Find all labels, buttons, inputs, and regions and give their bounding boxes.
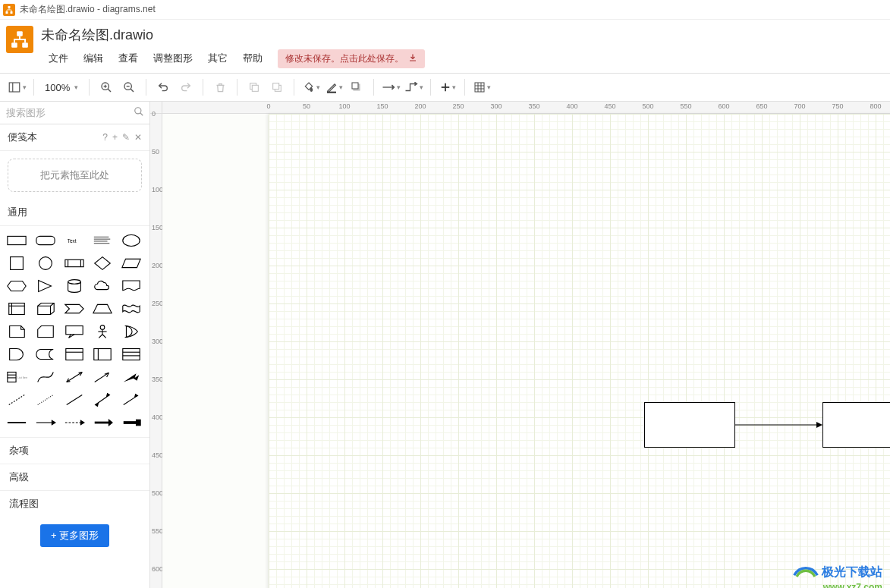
search-input[interactable] [6, 107, 134, 118]
shape-link1[interactable] [5, 413, 29, 432]
fill-color-button[interactable]: ▾ [300, 77, 322, 98]
line-color-button[interactable]: ▾ [323, 77, 344, 98]
shape-link3[interactable] [62, 413, 86, 432]
shadow-button[interactable] [346, 77, 367, 98]
sidebar-toggle-button[interactable]: ▾ [6, 77, 27, 98]
shape-cylinder[interactable] [62, 276, 86, 296]
shape-diamond[interactable] [90, 253, 115, 273]
menu-help[interactable]: 帮助 [235, 49, 270, 68]
category-misc[interactable]: 杂项 [0, 437, 149, 464]
scratchpad-close-icon[interactable]: ✕ [134, 132, 142, 143]
ruler-v-tick: 150 [152, 224, 163, 231]
svg-line-53 [99, 335, 103, 338]
shape-link4[interactable] [90, 413, 115, 432]
shape-ellipse[interactable] [119, 231, 143, 250]
shape-thick-arrow[interactable] [119, 367, 143, 387]
scratchpad-header[interactable]: 便笺本 ? + ✎ ✕ [0, 124, 149, 151]
shape-bidirectional-arrow[interactable] [62, 367, 86, 387]
shape-hexagon[interactable] [5, 276, 29, 296]
canvas[interactable] [162, 114, 890, 588]
shape-link2[interactable] [33, 413, 58, 432]
shape-rounded-rect[interactable] [33, 231, 58, 250]
shape-curve[interactable] [33, 367, 58, 387]
shape-parallelogram[interactable] [119, 253, 143, 273]
svg-rect-6 [9, 83, 20, 92]
shape-callout[interactable] [62, 322, 86, 341]
shape-document[interactable] [119, 276, 143, 296]
insert-button[interactable]: ▾ [437, 77, 458, 98]
shape-triangle[interactable] [33, 276, 58, 296]
shape-internal-storage[interactable] [5, 299, 29, 319]
shape-directional-connector[interactable] [119, 390, 143, 410]
window-title: 未命名绘图.drawio - diagrams.net [20, 3, 156, 16]
ruler-vertical: 050100150200250300350400450500550600 [150, 114, 162, 588]
to-front-button[interactable] [244, 77, 265, 98]
zoom-control[interactable]: 100%▾ [40, 82, 83, 93]
menu-view[interactable]: 查看 [111, 49, 146, 68]
shape-trapezoid[interactable] [90, 299, 115, 319]
shape-data-storage[interactable] [33, 344, 58, 364]
shape-cloud[interactable] [90, 276, 115, 296]
shape-note[interactable] [5, 322, 29, 341]
menu-arrange[interactable]: 调整图形 [146, 49, 200, 68]
app-small-icon [3, 4, 15, 16]
ruler-h-tick: 200 [414, 102, 426, 110]
shape-link5[interactable] [119, 413, 143, 432]
connection-button[interactable]: ▾ [380, 77, 401, 98]
table-button[interactable]: ▾ [471, 77, 492, 98]
scratchpad-dropzone[interactable]: 把元素拖至此处 [8, 159, 142, 192]
shape-textbox[interactable] [90, 231, 115, 250]
shape-container[interactable] [62, 344, 86, 364]
shape-bidir-connector[interactable] [90, 390, 115, 410]
shape-square[interactable] [5, 253, 29, 273]
diagram-edge[interactable] [735, 420, 822, 429]
shape-cube[interactable] [33, 299, 58, 319]
svg-line-68 [9, 395, 25, 404]
svg-rect-40 [11, 257, 24, 270]
shape-dotted-line[interactable] [33, 390, 58, 410]
redo-button[interactable] [175, 77, 197, 98]
shape-step[interactable] [62, 299, 86, 319]
shape-list-item[interactable]: List Item [5, 367, 29, 387]
window-titlebar: 未命名绘图.drawio - diagrams.net [0, 0, 890, 20]
shape-text[interactable]: Text [62, 231, 86, 250]
category-advanced[interactable]: 高级 [0, 464, 149, 490]
shape-process[interactable] [62, 253, 86, 273]
more-shapes-button[interactable]: + 更多图形 [40, 524, 109, 547]
download-icon [408, 53, 417, 64]
search-icon[interactable] [134, 106, 144, 119]
waypoints-button[interactable]: ▾ [403, 77, 424, 98]
shape-tape[interactable] [119, 299, 143, 319]
shape-actor[interactable] [90, 322, 115, 341]
menu-edit[interactable]: 编辑 [76, 49, 111, 68]
save-warning[interactable]: 修改未保存。点击此处保存。 [278, 49, 425, 68]
shape-line[interactable] [62, 390, 86, 410]
app-logo[interactable] [6, 26, 33, 53]
zoom-out-button[interactable] [118, 77, 140, 98]
ruler-v-tick: 550 [152, 527, 163, 535]
menu-file[interactable]: 文件 [41, 49, 76, 68]
shape-dashed-line[interactable] [5, 390, 29, 410]
diagram-rectangle[interactable] [822, 402, 890, 448]
shape-or[interactable] [119, 322, 143, 341]
shape-rectangle[interactable] [5, 231, 29, 250]
shape-circle[interactable] [33, 253, 58, 273]
shape-and[interactable] [5, 344, 29, 364]
shape-list[interactable] [119, 344, 143, 364]
zoom-in-button[interactable] [96, 77, 117, 98]
scratchpad-edit-icon[interactable]: ✎ [122, 132, 130, 143]
general-header[interactable]: 通用 [0, 200, 149, 226]
category-flowchart[interactable]: 流程图 [0, 490, 149, 517]
shape-container2[interactable] [90, 344, 115, 364]
diagram-rectangle[interactable] [644, 402, 735, 448]
menu-extras[interactable]: 其它 [200, 49, 235, 68]
filename[interactable]: 未命名绘图.drawio [41, 26, 890, 44]
shape-card[interactable] [33, 322, 58, 341]
undo-button[interactable] [153, 77, 174, 98]
delete-button[interactable] [209, 77, 231, 98]
to-back-button[interactable] [266, 77, 288, 98]
scratchpad-help-icon[interactable]: ? [102, 132, 108, 143]
ruler-v-tick: 200 [152, 262, 163, 269]
shape-arrow[interactable] [90, 367, 115, 387]
scratchpad-add-icon[interactable]: + [112, 132, 118, 143]
